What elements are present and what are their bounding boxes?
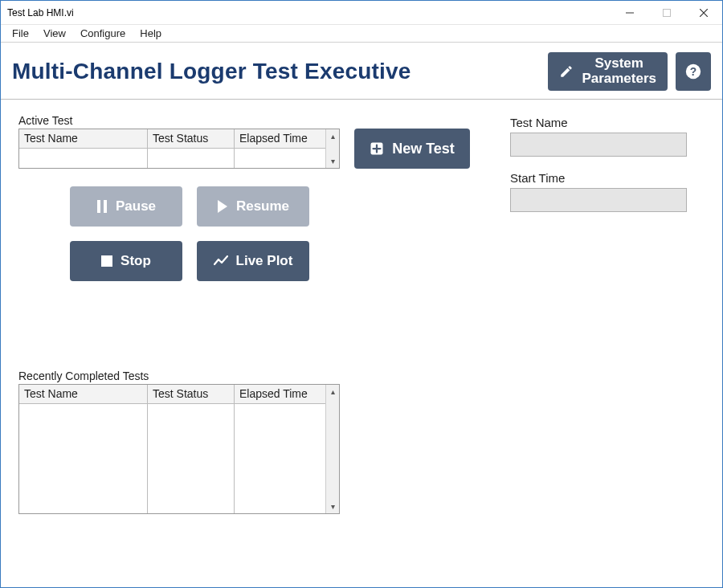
stop-button[interactable]: Stop	[70, 241, 182, 281]
stop-icon	[101, 255, 112, 267]
live-plot-label: Live Plot	[236, 253, 293, 269]
window-maximize-button[interactable]	[648, 1, 685, 25]
completed-col-name: Test Name	[19, 385, 147, 404]
menu-bar: File View Configure Help	[1, 25, 722, 43]
scroll-down-icon: ▾	[326, 154, 339, 168]
completed-tests-label: Recently Completed Tests	[18, 370, 484, 382]
completed-scrollbar[interactable]: ▴ ▾	[325, 385, 339, 513]
maximize-icon	[663, 9, 671, 17]
menu-configure[interactable]: Configure	[74, 26, 132, 41]
live-plot-button[interactable]: Live Plot	[197, 241, 309, 281]
pause-button[interactable]: Pause	[70, 186, 182, 227]
active-col-status: Test Status	[148, 129, 234, 149]
content-area: Active Test Test Name Test Status Elapse…	[1, 100, 722, 522]
start-time-field-label: Start Time	[510, 171, 706, 185]
pause-icon	[96, 200, 108, 213]
completed-col-elapsed: Elapsed Time	[235, 385, 325, 404]
completed-tests-list[interactable]: Test Name Test Status Elapsed Time ▴ ▾	[18, 384, 340, 514]
help-icon: ?	[684, 63, 702, 80]
test-name-field-label: Test Name	[510, 116, 706, 129]
window-title: Test Lab HMI.vi	[7, 7, 74, 18]
window-minimize-button[interactable]	[611, 1, 648, 25]
window-close-button[interactable]	[685, 1, 722, 25]
active-test-label: Active Test	[18, 114, 484, 127]
play-icon	[217, 200, 228, 213]
resume-button[interactable]: Resume	[197, 186, 309, 227]
active-col-elapsed: Elapsed Time	[235, 129, 325, 149]
new-test-button[interactable]: New Test	[354, 129, 470, 169]
resume-label: Resume	[236, 198, 289, 214]
close-icon	[700, 9, 708, 17]
menu-view[interactable]: View	[37, 26, 72, 41]
active-col-name: Test Name	[19, 129, 147, 149]
chart-line-icon	[214, 255, 228, 267]
system-parameters-label-2: Parameters	[582, 71, 656, 87]
window-titlebar: Test Lab HMI.vi	[1, 1, 722, 25]
pause-label: Pause	[116, 198, 156, 214]
svg-rect-5	[104, 200, 107, 213]
completed-col-status: Test Status	[148, 385, 234, 404]
svg-rect-0	[664, 9, 671, 16]
help-button[interactable]: ?	[676, 52, 711, 91]
start-time-field	[510, 188, 687, 212]
system-parameters-label-1: System	[582, 56, 656, 71]
active-test-list[interactable]: Test Name Test Status Elapsed Time ▴ ▾	[18, 129, 340, 169]
header-band: Multi-Channel Logger Test Executive Syst…	[1, 43, 722, 100]
scroll-down-icon: ▾	[326, 500, 339, 513]
stop-label: Stop	[120, 253, 151, 269]
svg-text:?: ?	[690, 66, 696, 78]
scroll-up-icon: ▴	[326, 385, 339, 398]
menu-file[interactable]: File	[6, 26, 35, 41]
test-name-field	[510, 133, 687, 157]
new-test-label: New Test	[392, 141, 455, 157]
svg-rect-4	[97, 200, 100, 213]
active-scrollbar[interactable]: ▴ ▾	[325, 129, 339, 168]
pencil-icon	[559, 64, 574, 79]
plus-icon	[370, 141, 384, 156]
scroll-up-icon: ▴	[326, 129, 339, 143]
system-parameters-button[interactable]: System Parameters	[548, 52, 668, 91]
minimize-icon	[626, 9, 634, 17]
menu-help[interactable]: Help	[133, 26, 168, 41]
page-title: Multi-Channel Logger Test Executive	[12, 59, 548, 84]
svg-rect-6	[101, 255, 112, 267]
